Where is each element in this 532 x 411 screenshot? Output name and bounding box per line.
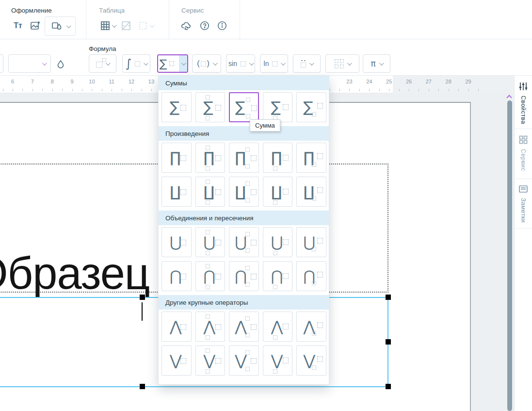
operator-tile-limits-above-below[interactable]: ∏ [195, 143, 226, 173]
ruler-tick [42, 89, 43, 91]
operator-tile-plain[interactable]: ∏ [161, 143, 192, 173]
operator-tile-limit-below[interactable]: ∐ [263, 177, 293, 207]
resize-handle-middle-right[interactable] [386, 339, 391, 345]
help-button[interactable] [198, 19, 211, 32]
operator-tile-limit-below[interactable]: ⋀ [263, 312, 293, 342]
operator-tile-plain[interactable]: ⋃ [161, 227, 192, 257]
operator-glyph: ⋃ [204, 235, 216, 249]
operator-tile-limits-above-below[interactable]: ⋂ [195, 261, 226, 291]
matrix-button[interactable] [325, 54, 359, 73]
operator-tile-limit-sub[interactable]: ⋃ [296, 227, 326, 257]
ink-color-button[interactable] [54, 58, 67, 71]
operator-tile-limits-sup-sub[interactable]: ∑ [229, 92, 259, 122]
ruler-number: 24 [366, 79, 372, 84]
operator-tile-limit-below[interactable]: ⋃ [263, 227, 293, 257]
clipped-button[interactable] [0, 54, 3, 73]
info-button[interactable] [216, 19, 228, 32]
lower-limit-placeholder-icon [273, 200, 277, 205]
operator-tile-limit-sub[interactable]: ∑ [296, 92, 326, 122]
large-operator-dropdown-arrow[interactable] [179, 55, 187, 72]
operator-tile-limit-below[interactable]: ⋁ [263, 345, 293, 376]
superscript-placeholder-icon [245, 181, 250, 186]
lower-limit-placeholder-icon [206, 251, 210, 255]
operator-glyph: ∐ [204, 184, 215, 199]
operator-tile-limits-sup-sub[interactable]: ∏ [229, 143, 259, 173]
operator-tile-row: ∐∐∐∐∐ [159, 177, 329, 207]
operator-tile-limits-above-below[interactable]: ⋃ [195, 227, 226, 257]
cell-selection-button[interactable] [136, 19, 155, 32]
grid-icon [518, 135, 528, 145]
operand-placeholder-icon [283, 358, 289, 363]
operator-tile-limit-sub[interactable]: ⋂ [296, 261, 326, 291]
sync-button[interactable] [180, 19, 193, 32]
lower-limit-placeholder-icon [273, 251, 277, 255]
tab-properties[interactable]: Свойства [515, 76, 532, 129]
operator-tile-plain[interactable]: ⋀ [161, 312, 192, 342]
panel-section-title: Объединения и пересечения [159, 211, 329, 225]
operator-tile-limits-sup-sub[interactable]: ⋀ [229, 312, 259, 342]
large-operator-button[interactable]: ∑ [157, 54, 188, 73]
insert-table-button[interactable] [98, 19, 117, 32]
large-operator-dropdown-panel: Суммы∑∑∑∑∑Произведения∏∏∏∏∏∐∐∐∐∐Объедине… [158, 76, 329, 385]
operator-tile-limit-below[interactable]: ∑ [263, 92, 293, 122]
operator-tile-limit-sub[interactable]: ∐ [296, 177, 326, 207]
top-toolbar: Оформление Tт Таблица [0, 0, 532, 39]
logarithm-button[interactable]: ln [260, 54, 288, 73]
toolbar-section-decoration: Оформление Tт [0, 0, 86, 39]
operator-tile-limits-sup-sub[interactable]: ⋂ [229, 261, 259, 291]
vertical-scrollbar-thumb[interactable] [507, 100, 512, 411]
bracket-button[interactable]: ( ) [192, 54, 221, 73]
split-cells-button[interactable] [120, 19, 132, 32]
subscript-placeholder-icon [312, 247, 316, 251]
scroll-up-arrow-icon[interactable] [506, 95, 512, 100]
operator-tile-plain[interactable]: ⋂ [161, 261, 192, 291]
operator-tile-limit-sub[interactable]: ⋀ [296, 312, 326, 342]
operator-tile-plain[interactable]: ∑ [161, 92, 192, 122]
operator-tile-limit-below[interactable]: ⋂ [263, 261, 293, 291]
ruler-tick [62, 89, 63, 91]
operator-tile-limit-sub[interactable]: ⋁ [296, 345, 326, 376]
subscript-placeholder-icon [312, 112, 316, 116]
operand-placeholder-icon [283, 189, 289, 195]
accent-button[interactable] [293, 54, 321, 73]
operand-placeholder-icon [215, 240, 221, 246]
operator-tile-limits-above-below[interactable]: ∐ [195, 177, 226, 207]
text-style-button[interactable]: Tт [12, 19, 24, 32]
operator-tile-limits-above-below[interactable]: ⋀ [195, 312, 226, 342]
panel-section-title: Другие крупные операторы [159, 295, 329, 310]
section-label-table: Таблица [99, 7, 125, 14]
operator-tile-plain[interactable]: ⋁ [161, 345, 192, 376]
tab-notes[interactable]: Заметки [515, 179, 532, 229]
function-button[interactable]: sin [226, 54, 255, 73]
resize-handle-bottom-center[interactable] [140, 384, 145, 389]
tab-service[interactable]: Сервис [515, 129, 532, 179]
style-dropdown[interactable] [8, 54, 51, 73]
chevron-down-icon [149, 23, 154, 28]
cloud-sync-icon [180, 20, 192, 32]
script-template-button[interactable] [89, 54, 116, 73]
operator-tile-limits-sup-sub[interactable]: ⋁ [229, 345, 259, 376]
ruler-number: 8 [51, 79, 54, 84]
operator-tile-limit-sub[interactable]: ∏ [296, 143, 326, 173]
operator-tile-limits-above-below[interactable]: ⋁ [195, 345, 226, 376]
shape-style-button[interactable] [45, 16, 76, 36]
operand-placeholder-icon [251, 274, 257, 279]
operator-tile-plain[interactable]: ∐ [161, 177, 192, 207]
operator-tile-limits-sup-sub[interactable]: ∐ [229, 177, 259, 207]
formula-toolbar: Формула ∫ ∑ ( ) sin ln [0, 39, 532, 76]
operator-tile-row: ⋀⋀⋀⋀⋀ [159, 312, 329, 342]
resize-handle-top-center[interactable] [140, 295, 145, 300]
operator-tile-limits-above-below[interactable]: ∑ [195, 92, 226, 122]
resize-handle-top-right[interactable] [386, 295, 391, 300]
insert-image-button[interactable] [29, 19, 42, 32]
operator-tile-limits-sup-sub[interactable]: ⋃ [229, 227, 259, 257]
subscript-placeholder-icon [245, 164, 250, 168]
operator-tile-limit-below[interactable]: ∏ [263, 143, 293, 173]
ruler-tick [151, 89, 152, 91]
operator-glyph: ⋀ [204, 319, 216, 334]
operator-tile-row: ∏∏∏∏∏ [159, 143, 329, 173]
ruler-tick [13, 89, 13, 91]
integral-button[interactable]: ∫ [122, 54, 150, 73]
resize-handle-bottom-right[interactable] [386, 384, 391, 389]
symbol-button[interactable]: π [363, 54, 390, 73]
